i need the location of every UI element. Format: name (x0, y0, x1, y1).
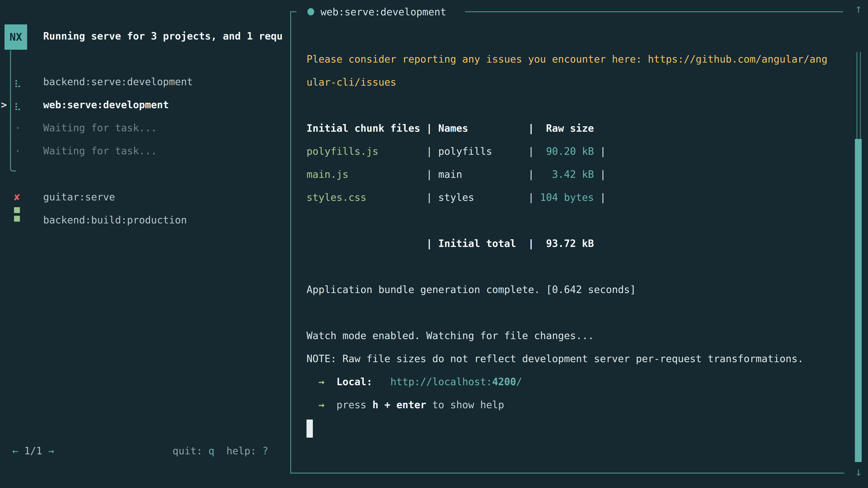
terminal-text (324, 399, 336, 411)
terminal-line-11: Application bundle generation complete. … (307, 278, 840, 301)
terminal-text: Local: (336, 376, 372, 387)
panel-border-top-stub (290, 11, 297, 12)
nx-logo: NX (4, 24, 27, 50)
square-icon (14, 207, 20, 213)
terminal-text (324, 376, 336, 387)
scrollbar-thumb[interactable] (855, 139, 862, 462)
terminal-text: styles.css (307, 192, 366, 203)
terminal-text (307, 399, 318, 411)
terminal-line-1: Please consider reporting any issues you… (307, 48, 840, 71)
terminal-line-3 (307, 94, 840, 117)
terminal-line-12 (307, 301, 840, 324)
terminal-text: main.js (307, 168, 348, 180)
scroll-up-icon[interactable]: ↑ (852, 2, 865, 15)
terminal-text (307, 376, 318, 387)
panel-border-left (290, 11, 291, 474)
quit-label: quit: (173, 445, 209, 457)
panel-border-top (465, 11, 843, 12)
terminal-line-8 (307, 209, 840, 232)
help-label: help: (226, 445, 262, 457)
terminal-line-7: styles.css | styles | 104 bytes | (307, 186, 840, 209)
terminal-text: 104 bytes (540, 192, 594, 203)
sidebar-task-waiting-task-2[interactable]: ·Waiting for task... (0, 139, 289, 162)
terminal-text: | Initial total | 93.72 kB (307, 238, 594, 249)
terminal-line-4: Initial chunk files | Names | Raw size (307, 117, 840, 140)
terminal-text (372, 376, 390, 387)
terminal-line-17 (307, 416, 840, 440)
terminal-line-13: Watch mode enabled. Watching for file ch… (307, 324, 840, 347)
dot-icon: · (14, 139, 33, 162)
sidebar-task-waiting-task-1[interactable]: ·Waiting for task... (0, 116, 289, 139)
panel-border-bottom (290, 473, 844, 474)
terminal-text: | (594, 145, 606, 157)
task-label: Waiting for task... (43, 116, 157, 139)
help-key: ? (262, 445, 268, 457)
panel-title: web:serve:development (320, 6, 446, 18)
page-title: Running serve for 3 projects, and 1 requ (43, 25, 289, 48)
task-label: backend:build:production (43, 208, 187, 232)
localhost-url-link[interactable]: http://localhost: (391, 376, 492, 387)
terminal-text: | main | (348, 168, 552, 180)
panel-header: web:serve:development (307, 2, 446, 22)
terminal-output: Please consider reporting any issues you… (307, 48, 840, 440)
task-label: guitar:serve (43, 186, 115, 208)
scrollbar-track[interactable] (857, 52, 861, 139)
spinner-icon: ⣆ (14, 93, 32, 116)
terminal-text: | (594, 192, 606, 203)
terminal-line-10 (307, 255, 840, 278)
terminal-text: → (318, 399, 324, 411)
scroll-down-icon[interactable]: ↓ (852, 465, 865, 479)
terminal-text: → (318, 376, 324, 387)
quit-key: q (209, 445, 215, 457)
terminal-text[interactable]: / (516, 376, 522, 387)
terminal-text: | polyfills | (378, 145, 546, 157)
terminal-line-6: main.js | main | 3.42 kB | (307, 163, 840, 186)
terminal-cursor (307, 420, 313, 437)
terminal-line-9: | Initial total | 93.72 kB (307, 232, 840, 255)
page-prev-arrow[interactable]: ← (12, 445, 18, 457)
terminal-text: ular-cli/issues (307, 76, 396, 88)
page-indicator: 1/1 (18, 445, 48, 457)
selected-task-chevron-icon: > (1, 93, 7, 116)
terminal-text: NOTE: Raw file sizes do not reflect deve… (307, 353, 804, 364)
sidebar-task-web-serve-development[interactable]: >⣆web:serve:development (0, 93, 289, 116)
task-label: Waiting for task... (43, 139, 157, 162)
terminal-text: | styles | (366, 192, 540, 203)
shortcut-separator (214, 445, 226, 457)
task-label: web:serve:development (43, 93, 169, 116)
terminal-line-16: → press h + enter to show help (307, 393, 840, 416)
terminal-text: h + enter (372, 399, 426, 411)
terminal-text: 3.42 kB (552, 168, 594, 180)
terminal-text: to show help (426, 399, 504, 411)
terminal-line-5: polyfills.js | polyfills | 90.20 kB | (307, 140, 840, 163)
pagination: ← 1/1 → (12, 440, 54, 462)
terminal-text: 90.20 kB (546, 145, 594, 157)
terminal-text: Initial chunk files | Names | Raw size (307, 123, 594, 134)
terminal-line-14: NOTE: Raw file sizes do not reflect deve… (307, 347, 840, 370)
spinner-icon: ⣆ (14, 70, 32, 93)
terminal-text: Watch mode enabled. Watching for file ch… (307, 330, 594, 341)
terminal-text: Application bundle generation complete. … (307, 284, 636, 295)
dot-icon: · (14, 116, 33, 139)
sidebar-task-guitar-serve[interactable]: ✘guitar:serve (0, 186, 289, 208)
terminal-text: press (336, 399, 372, 411)
cross-icon: ✘ (14, 186, 32, 208)
running-status-dot-icon (307, 8, 314, 15)
page-next-arrow[interactable]: → (48, 445, 54, 457)
localhost-url-port[interactable]: 4200 (492, 376, 516, 387)
sidebar-task-backend-build-production[interactable]: backend:build:production (0, 208, 289, 232)
sidebar-task-backend-serve-development[interactable]: ⣆backend:serve:development (0, 70, 289, 93)
terminal-line-15: → Local: http://localhost:4200/ (307, 370, 840, 393)
terminal-text: | (594, 168, 606, 180)
shortcut-hints: quit: q help: ? (173, 440, 268, 462)
terminal-line-2: ular-cli/issues (307, 71, 840, 94)
task-label: backend:serve:development (43, 70, 193, 93)
terminal-text: Please consider reporting any issues you… (307, 53, 828, 65)
terminal-text: polyfills.js (307, 145, 378, 157)
